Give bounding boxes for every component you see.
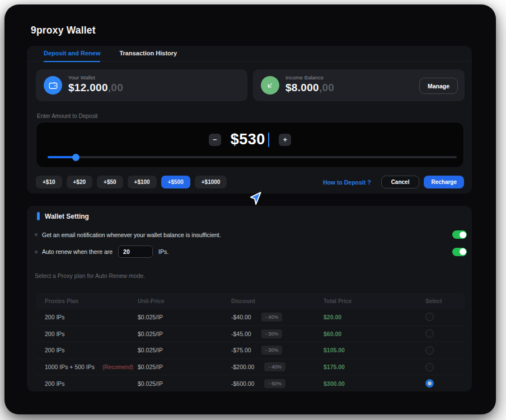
wallet-window: 9proxy Wallet Deposit and Renew Transact… [4, 4, 496, 414]
plan-radio[interactable] [425, 313, 434, 321]
plan-unit-price: $0.025/IP [138, 347, 231, 353]
section-accent-bar [37, 212, 40, 220]
plan-total-price: $300.00 [324, 380, 422, 387]
your-wallet-amount: $12.000,00 [68, 82, 123, 94]
header-proxies-plan: Proxies Plan [45, 298, 138, 304]
auto-renew-toggle[interactable] [452, 248, 467, 256]
plan-radio[interactable] [425, 379, 434, 388]
email-notification-toggle[interactable] [452, 230, 467, 239]
quick-amount-20[interactable]: +$20 [67, 176, 93, 188]
amount-slider[interactable] [48, 156, 457, 158]
auto-renew-row: Auto renew when there are IPs. [35, 246, 467, 258]
auto-renew-ip-input[interactable] [118, 246, 153, 258]
income-balance-label: Income Balance [285, 74, 324, 81]
slider-fill [48, 156, 76, 158]
cancel-button[interactable]: Cancel [381, 176, 420, 188]
plan-discount-badge: - 40% [264, 362, 285, 371]
income-balance-cents: ,00 [319, 82, 334, 93]
plan-discount-amount: -$600.00 [231, 380, 254, 387]
plan-recommend-note: (Recomend) [102, 364, 133, 370]
header-total-price: Total Price [324, 298, 422, 304]
toggle-knob [460, 232, 466, 238]
header-discount: Discount [231, 298, 324, 304]
plan-name: 200 IPs [45, 331, 65, 337]
your-wallet-cents: ,00 [108, 82, 123, 93]
your-wallet-label: Your Wallet [68, 74, 95, 81]
plan-unit-price: $0.025/IP [138, 364, 231, 370]
plan-total-price: $60.00 [324, 331, 422, 337]
increase-amount-button[interactable]: + [279, 134, 291, 146]
quick-amount-1000[interactable]: +$1000 [195, 176, 227, 188]
deposit-amount-label: Enter Amount to Deposit [37, 113, 97, 119]
plan-discount-amount: -$75.00 [231, 347, 251, 353]
plan-discount-badge: - 30% [261, 346, 283, 355]
wallet-setting-panel: Wallet Setting Get an email notification… [27, 206, 472, 391]
plan-total-price: $105.00 [324, 347, 422, 353]
plans-table-body: 200 IPs $0.025/IP -$40.00- 40% $20.00 20… [36, 309, 465, 391]
header-unit-price: Unit-Price [138, 298, 231, 304]
plan-name: 200 IPs [45, 347, 65, 353]
plan-discount-amount: -$40.00 [231, 314, 251, 320]
email-notification-text: Get an email notification whenever your … [42, 232, 221, 238]
header-select: Select [422, 298, 465, 304]
tab-transaction-history[interactable]: Transaction History [119, 50, 177, 61]
plans-table-header: Proxies Plan Unit-Price Discount Total P… [36, 293, 465, 309]
manage-button[interactable]: Manage [419, 78, 458, 94]
quick-amount-50[interactable]: +$50 [97, 176, 123, 188]
plan-name: 1000 IPs + 500 IPs [45, 364, 95, 370]
mouse-cursor-icon [248, 190, 264, 207]
decrease-amount-button[interactable]: − [209, 134, 221, 146]
plan-discount-badge: - 40% [261, 313, 283, 322]
wallet-setting-title: Wallet Setting [45, 213, 89, 220]
tab-deposit-and-renew[interactable]: Deposit and Renew [44, 50, 100, 62]
how-to-deposit-link[interactable]: How to Deposit ? [323, 179, 371, 186]
plan-row[interactable]: 200 IPs $0.025/IP -$75.00- 30% $105.00 [36, 342, 465, 358]
plan-discount-badge: - 50% [264, 379, 285, 388]
deposit-panel: Deposit and Renew Transaction History Yo… [27, 46, 472, 194]
plan-radio[interactable] [425, 363, 434, 371]
auto-renew-text-before: Auto renew when there are [42, 248, 113, 255]
select-plan-hint: Select a Proxy plan for Auto Renew mode. [35, 272, 145, 279]
plan-row[interactable]: 1000 IPs + 500 IPs(Recomend) $0.025/IP -… [36, 358, 465, 375]
plan-name: 200 IPs [45, 314, 65, 320]
plans-table: Proxies Plan Unit-Price Discount Total P… [36, 293, 465, 391]
plan-row[interactable]: 200 IPs $0.025/IP -$45.00- 30% $60.00 [36, 325, 465, 342]
page-title: 9proxy Wallet [31, 25, 96, 36]
plan-unit-price: $0.025/IP [138, 331, 231, 337]
quick-amount-500[interactable]: +$500 [161, 176, 190, 188]
your-wallet-card: Your Wallet $12.000,00 [36, 69, 247, 101]
slider-handle[interactable] [72, 154, 79, 161]
income-balance-card: Income Balance $8.000,00 Manage [253, 69, 465, 101]
plan-row[interactable]: 200 IPs $0.025/IP -$40.00- 40% $20.00 [36, 309, 465, 325]
amount-stepper: − $530 + [36, 131, 463, 148]
auto-renew-text-after: IPs. [158, 248, 168, 255]
wallet-icon [44, 76, 62, 95]
income-balance-amount: $8.000,00 [285, 82, 334, 94]
quick-amount-group: +$10+$20+$50+$100+$500+$1000 [36, 176, 227, 188]
quick-amount-10[interactable]: +$10 [36, 176, 62, 188]
arrow-down-left-icon [261, 76, 279, 95]
deposit-amount-box: − $530 + [36, 122, 464, 168]
deposit-actions-row: +$10+$20+$50+$100+$500+$1000 How to Depo… [36, 176, 464, 188]
plan-name: 200 IPs [45, 380, 65, 387]
plan-row[interactable]: 200 IPs $0.025/IP -$600.00- 50% $300.00 [36, 375, 465, 391]
plan-discount-amount: -$45.00 [231, 331, 251, 337]
plan-total-price: $20.00 [324, 314, 422, 320]
plan-unit-price: $0.025/IP [138, 380, 231, 387]
email-notification-row: Get an email notification whenever your … [35, 230, 467, 239]
bullet-icon [35, 251, 38, 253]
plan-unit-price: $0.025/IP [138, 314, 231, 320]
plan-radio[interactable] [425, 329, 434, 338]
plan-discount-amount: -$200.00 [231, 364, 254, 370]
toggle-knob [460, 248, 466, 255]
quick-amount-100[interactable]: +$100 [128, 176, 157, 188]
tab-bar: Deposit and Renew Transaction History [27, 46, 472, 62]
recharge-button[interactable]: Recharge [424, 176, 464, 188]
deposit-amount-value[interactable]: $530 [231, 131, 270, 148]
plan-discount-badge: - 30% [261, 329, 283, 338]
plan-total-price: $175.00 [324, 364, 422, 370]
text-cursor [268, 133, 270, 147]
plan-radio[interactable] [425, 346, 434, 355]
bullet-icon [35, 233, 38, 236]
